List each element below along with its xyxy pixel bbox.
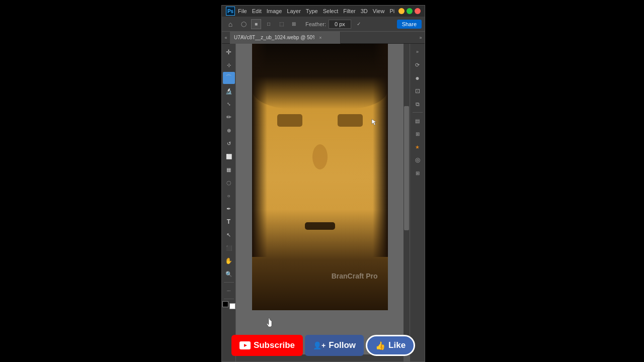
color-swatches[interactable] <box>222 301 235 309</box>
channels-panel-icon[interactable]: ▤ <box>412 115 424 127</box>
like-label: Like <box>388 340 406 350</box>
menu-image[interactable]: Image <box>267 8 282 14</box>
scroll-thumb-v[interactable] <box>404 106 409 230</box>
ps-logo: Ps <box>226 7 235 16</box>
3d-panel-icon[interactable]: ◎ <box>412 154 424 166</box>
like-button[interactable]: 👍 Like <box>366 335 415 356</box>
canvas-background: BranCraft Pro <box>236 44 404 354</box>
options-bar: ⌂ ◯ ■ □ ⬚ ⊞ Feather: ✓ Share <box>222 17 425 32</box>
intersect-selection-btn[interactable]: ⬚ <box>276 19 286 29</box>
align-panel-icon[interactable]: ⊞ <box>412 167 424 179</box>
right-panel: » ⟳ ● ⊡ ⧉ ▤ ⊞ ★ ◎ ⊞ <box>410 44 425 361</box>
document-tab[interactable]: U7AVc8T__z_ub_1024.webp @ 50% (RG... × <box>230 32 341 44</box>
style-panel-icon[interactable]: ★ <box>412 141 424 153</box>
subscribe-label: Subscribe <box>254 340 295 350</box>
youtube-icon <box>239 341 251 349</box>
layers-panel-icon[interactable]: ⧉ <box>412 98 424 110</box>
add-selection-btn[interactable]: ■ <box>251 19 261 29</box>
move-tool[interactable]: ✛ <box>223 46 235 58</box>
dodge-tool[interactable]: ○ <box>223 190 235 202</box>
follow-button[interactable]: 👤+ Follow <box>305 335 364 356</box>
spot-heal-tool[interactable]: ⤡ <box>223 98 235 110</box>
title-bar: Ps File Edit Image Layer Type Select Fil… <box>222 6 425 17</box>
path-selection[interactable]: ↖ <box>223 229 235 241</box>
photo-canvas[interactable]: BranCraft Pro <box>252 44 388 310</box>
brush-tool[interactable]: ✏ <box>223 111 235 123</box>
minimize-btn[interactable] <box>398 8 405 14</box>
refine-btn[interactable]: ⊞ <box>289 19 299 29</box>
tab-close-btn[interactable]: × <box>317 35 324 41</box>
menu-file[interactable]: File <box>238 8 247 14</box>
background-color[interactable] <box>229 303 235 309</box>
anti-alias-btn[interactable]: ✓ <box>354 19 364 29</box>
person-plus-icon: 👤+ <box>313 341 326 349</box>
color-panel-icon[interactable]: ● <box>412 72 424 84</box>
eraser-tool[interactable]: ⬜ <box>223 150 235 162</box>
thumbs-up-icon: 👍 <box>375 341 385 350</box>
menu-layer[interactable]: Layer <box>287 8 301 14</box>
share-button[interactable]: Share <box>397 20 422 29</box>
type-tool[interactable]: T <box>223 216 235 228</box>
feather-input[interactable] <box>329 20 351 29</box>
eyedropper-tool[interactable]: 🔬 <box>223 85 235 97</box>
history-brush[interactable]: ↺ <box>223 137 235 149</box>
watermark-text: BranCraft Pro <box>332 272 378 280</box>
home-button[interactable]: ⌂ <box>225 19 236 30</box>
canvas-area: BranCraft Pro <box>236 44 410 361</box>
hand-tool[interactable]: ✋ <box>223 255 235 267</box>
history-panel-icon[interactable]: ⟳ <box>412 59 424 71</box>
close-btn[interactable] <box>415 8 421 14</box>
workspace: ✛ ⊹ ⌒ 🔬 ⤡ ✏ ⊕ ↺ ⬜ ▦ ◌ ○ ✒ T ↖ ⬛ ✋ 🔍 <box>222 44 425 361</box>
menu-plugins[interactable]: Pi <box>389 8 394 14</box>
left-toolbar: ✛ ⊹ ⌒ 🔬 ⤡ ✏ ⊕ ↺ ⬜ ▦ ◌ ○ ✒ T ↖ ⬛ ✋ 🔍 <box>222 44 236 361</box>
menu-select[interactable]: Select <box>323 8 339 14</box>
more-tools[interactable]: ··· <box>223 285 235 297</box>
tab-bar: « U7AVc8T__z_ub_1024.webp @ 50% (RG... ×… <box>222 32 425 44</box>
lasso-tool[interactable]: ⌒ <box>223 72 235 84</box>
menu-edit[interactable]: Edit <box>252 8 262 14</box>
foreground-color[interactable] <box>222 301 228 307</box>
pen-tool[interactable]: ✒ <box>223 203 235 215</box>
selection-tool[interactable]: ⊹ <box>223 59 235 71</box>
subscribe-button[interactable]: Subscribe <box>231 335 303 356</box>
new-selection-btn[interactable]: ◯ <box>238 19 249 29</box>
social-buttons-area: Subscribe 👤+ Follow 👍 Like <box>221 335 425 356</box>
tab-scroll-left[interactable]: « <box>222 32 230 44</box>
blur-tool[interactable]: ◌ <box>223 176 235 189</box>
subtract-selection-btn[interactable]: □ <box>264 19 274 29</box>
zoom-tool[interactable]: 🔍 <box>223 268 235 280</box>
tab-scroll-right[interactable]: » <box>417 32 425 44</box>
tab-filename: U7AVc8T__z_ub_1024.webp @ 50% (RG... <box>234 35 314 40</box>
shape-tool[interactable]: ⬛ <box>223 242 235 254</box>
photoshop-window: Ps File Edit Image Layer Type Select Fil… <box>221 5 425 362</box>
feather-label: Feather: <box>305 21 326 27</box>
menu-view[interactable]: View <box>373 8 385 14</box>
follow-label: Follow <box>329 340 356 350</box>
gradient-tool[interactable]: ▦ <box>223 163 235 175</box>
vertical-scrollbar[interactable] <box>404 44 410 354</box>
clone-tool[interactable]: ⊕ <box>223 124 235 136</box>
menu-filter[interactable]: Filter <box>343 8 355 14</box>
menu-3d[interactable]: 3D <box>361 8 368 14</box>
menu-type[interactable]: Type <box>306 8 318 14</box>
menu-bar: File Edit Image Layer Type Select Filter… <box>238 8 394 14</box>
window-controls <box>398 8 421 14</box>
title-bar-left: Ps File Edit Image Layer Type Select Fil… <box>226 7 394 16</box>
adjustments-panel-icon[interactable]: ⊡ <box>412 85 424 97</box>
maximize-btn[interactable] <box>407 8 413 14</box>
properties-panel-icon[interactable]: ⊞ <box>412 128 424 140</box>
svg-marker-1 <box>244 344 247 347</box>
panel-collapse-right[interactable]: » <box>414 46 422 58</box>
